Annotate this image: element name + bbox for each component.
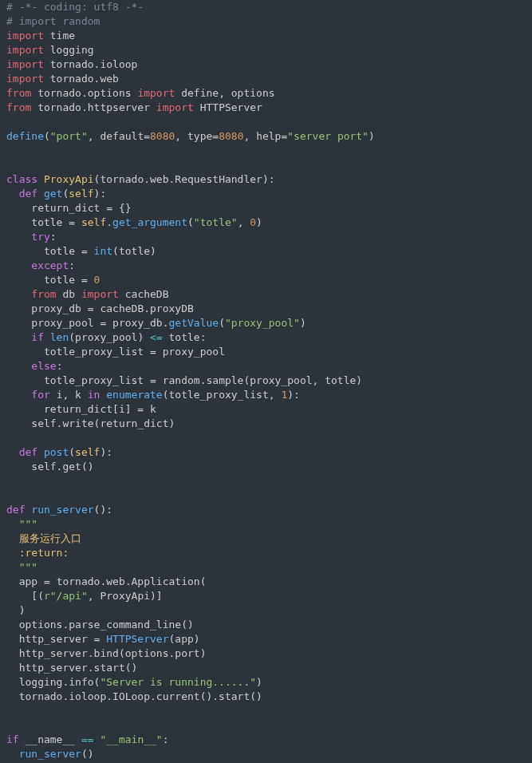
var: __name__ [25, 733, 75, 745]
kw: import [6, 30, 44, 42]
str: "totle" [194, 216, 238, 228]
fn: int [94, 245, 112, 257]
fn: tornado.web.Application [57, 575, 200, 587]
line: # import random [6, 15, 100, 27]
str: "__main__" [100, 733, 162, 745]
kw: def [6, 504, 25, 516]
kw: import [6, 58, 44, 70]
kw: def [19, 188, 37, 200]
names: cacheDB [125, 288, 169, 300]
fn: define [6, 130, 44, 142]
kw: import [81, 288, 119, 300]
kw: for [31, 389, 49, 401]
fn: run_server [31, 504, 93, 516]
mod: tornado.web [50, 73, 119, 85]
doc: 服务运行入口 [19, 532, 81, 544]
var: i [119, 403, 125, 415]
names: HTTPServer [200, 101, 262, 113]
names: define, options [181, 87, 274, 99]
self: self [75, 446, 100, 458]
self: self [81, 216, 106, 228]
var: totle [44, 245, 75, 257]
fn: get_argument [112, 216, 187, 228]
var: proxy_pool [250, 374, 312, 386]
str: "Server is running......" [100, 676, 256, 688]
expr: logging.info [19, 676, 94, 688]
kw: in [88, 389, 100, 401]
kw: import [6, 73, 44, 85]
var: http_server [19, 633, 88, 645]
var: return_dict [31, 202, 100, 214]
doc: :return: [19, 547, 69, 559]
var: proxy_db [112, 317, 163, 329]
var: return_dict [44, 403, 112, 415]
expr: http_server.start [19, 662, 125, 674]
expr: self.get [31, 461, 81, 472]
expr: http_server.bind [19, 647, 119, 659]
str: "server port" [287, 130, 368, 142]
var: i [57, 389, 63, 401]
cls: ProxyApi [100, 590, 150, 602]
num: 0 [94, 274, 100, 286]
var: totle [119, 245, 150, 257]
kw: if [6, 733, 19, 745]
kw: import [6, 44, 44, 56]
str: "proxy_pool" [225, 317, 300, 329]
kw: import [156, 101, 194, 113]
line: # -*- coding: utf8 -*- [6, 1, 144, 13]
str: r"/api" [44, 590, 88, 602]
var: totle [31, 216, 62, 228]
kw: from [31, 288, 56, 300]
self: self [69, 188, 93, 200]
var: proxy_pool [75, 331, 137, 343]
cls: ProxyApi [44, 173, 94, 185]
kw: class [6, 173, 37, 185]
mod: db [62, 288, 75, 300]
fn: getValue [169, 317, 219, 329]
mod: time [50, 30, 75, 42]
num: 1 [281, 389, 287, 401]
mod: logging [50, 44, 94, 56]
kw: from [6, 101, 31, 113]
fn: len [50, 331, 69, 343]
kw: import [137, 87, 175, 99]
base: tornado.web.RequestHandler [100, 173, 262, 185]
code-block: # -*- coding: utf8 -*- # import random i… [6, 0, 526, 761]
var: k [150, 403, 156, 415]
fn: enumerate [106, 389, 162, 401]
kw: try [31, 231, 49, 243]
fn: post [44, 446, 69, 458]
var: totle_proxy_list [44, 346, 144, 358]
expr: cacheDB.proxyDB [100, 302, 193, 314]
var: k [75, 389, 81, 401]
var: totle_proxy_list [169, 389, 269, 401]
arg: default [100, 130, 144, 142]
expr: tornado.ioloop.IOLoop.current().start [19, 690, 250, 702]
var: app [175, 633, 193, 645]
var: totle [169, 331, 200, 343]
mod: tornado.ioloop [50, 58, 138, 70]
var: app [19, 575, 37, 587]
docq: """ [19, 561, 37, 573]
var: totle [325, 374, 356, 386]
num: 8080 [150, 130, 175, 142]
arg: type [187, 130, 212, 142]
var: proxy_pool [163, 346, 225, 358]
fn: HTTPServer [106, 633, 168, 645]
docq: """ [19, 518, 37, 530]
expr: self.write [31, 417, 93, 429]
mod: tornado.httpserver [37, 101, 150, 113]
fn: random.sample [163, 374, 244, 386]
kw: else [31, 360, 56, 372]
num: 8080 [219, 130, 243, 142]
kw: if [31, 331, 44, 343]
expr: options.parse_command_line [19, 619, 182, 631]
var: proxy_pool [31, 317, 93, 329]
expr: options.port [125, 647, 200, 659]
arg: help [256, 130, 281, 142]
str: "port" [50, 130, 88, 142]
fn: run_server [19, 748, 81, 760]
var: proxy_db [31, 302, 81, 314]
var: return_dict [100, 417, 168, 429]
var: totle_proxy_list [44, 374, 144, 386]
